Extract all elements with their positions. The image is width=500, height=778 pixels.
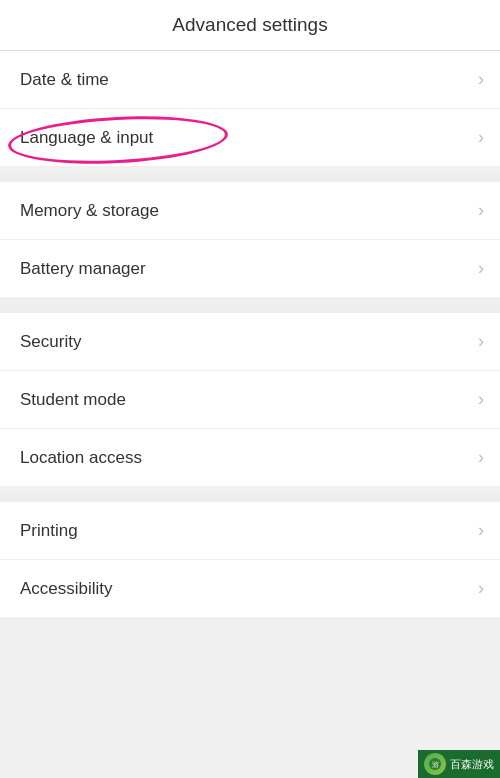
sidebar-item-location-access[interactable]: Location access ›	[0, 429, 500, 486]
sidebar-item-date-time[interactable]: Date & time ›	[0, 51, 500, 109]
item-label-student-mode: Student mode	[20, 390, 126, 410]
sidebar-item-accessibility[interactable]: Accessibility ›	[0, 560, 500, 617]
sidebar-item-student-mode[interactable]: Student mode ›	[0, 371, 500, 429]
item-label-memory-storage: Memory & storage	[20, 201, 159, 221]
item-label-printing: Printing	[20, 521, 78, 541]
item-label-date-time: Date & time	[20, 70, 109, 90]
section-divider-2	[0, 305, 500, 313]
section-divider-1	[0, 174, 500, 182]
sidebar-item-language-input[interactable]: Language & input ›	[0, 109, 500, 166]
chevron-right-icon: ›	[478, 331, 484, 352]
sidebar-item-security[interactable]: Security ›	[0, 313, 500, 371]
chevron-right-icon: ›	[478, 200, 484, 221]
sidebar-item-printing[interactable]: Printing ›	[0, 502, 500, 560]
item-label-accessibility: Accessibility	[20, 579, 113, 599]
item-label-security: Security	[20, 332, 81, 352]
chevron-right-icon: ›	[478, 258, 484, 279]
sidebar-item-memory-storage[interactable]: Memory & storage ›	[0, 182, 500, 240]
svg-text:游: 游	[432, 761, 439, 768]
page-title: Advanced settings	[172, 14, 327, 35]
page-header: Advanced settings	[0, 0, 500, 51]
chevron-right-icon: ›	[478, 389, 484, 410]
chevron-right-icon: ›	[478, 578, 484, 599]
section-group-1: Date & time › Language & input ›	[0, 51, 500, 166]
watermark-text: 百森游戏	[450, 757, 494, 772]
watermark-logo-icon: 游	[424, 753, 446, 775]
section-group-3: Security › Student mode › Location acces…	[0, 313, 500, 486]
item-label-language-input: Language & input	[20, 128, 153, 148]
section-group-4: Printing › Accessibility ›	[0, 502, 500, 617]
chevron-right-icon: ›	[478, 447, 484, 468]
watermark-badge: 游 百森游戏	[418, 750, 500, 778]
item-label-battery-manager: Battery manager	[20, 259, 146, 279]
section-group-2: Memory & storage › Battery manager ›	[0, 182, 500, 297]
section-divider-3	[0, 494, 500, 502]
chevron-right-icon: ›	[478, 69, 484, 90]
chevron-right-icon: ›	[478, 520, 484, 541]
item-label-location-access: Location access	[20, 448, 142, 468]
chevron-right-icon: ›	[478, 127, 484, 148]
sidebar-item-battery-manager[interactable]: Battery manager ›	[0, 240, 500, 297]
